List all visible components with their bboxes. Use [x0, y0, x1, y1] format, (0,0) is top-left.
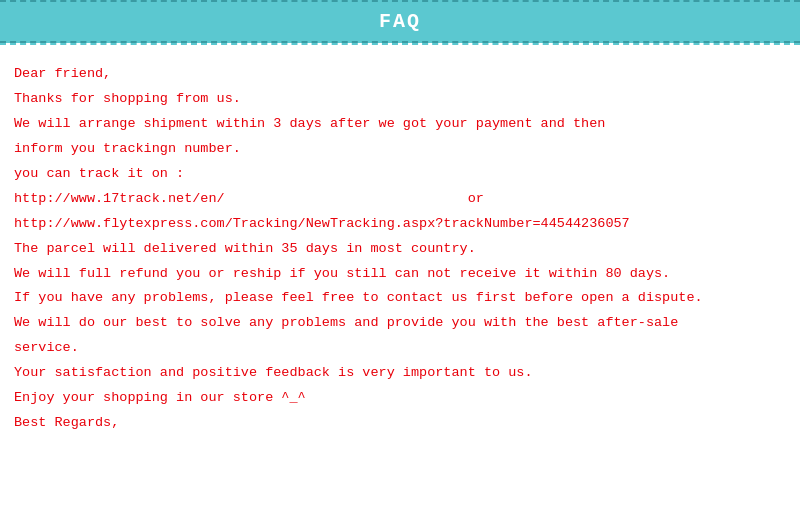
line-13: Your satisfaction and positive feedback …	[14, 362, 786, 385]
page-container: FAQ Dear friend, Thanks for shopping fro…	[0, 0, 800, 526]
line-11: We will do our best to solve any problem…	[14, 312, 786, 335]
line-15: Best Regards,	[14, 412, 786, 435]
line-5: you can track it on :	[14, 163, 786, 186]
faq-title: FAQ	[379, 10, 421, 33]
line-7: http://www.flytexpress.com/Tracking/NewT…	[14, 213, 786, 236]
line-2: Thanks for shopping from us.	[14, 88, 786, 111]
faq-content: Dear friend, Thanks for shopping from us…	[0, 45, 800, 447]
line-14: Enjoy your shopping in our store ^_^	[14, 387, 786, 410]
line-6: http://www.17track.net/en/ or	[14, 188, 786, 211]
line-1: Dear friend,	[14, 63, 786, 86]
faq-header: FAQ	[0, 0, 800, 43]
line-10: If you have any problems, please feel fr…	[14, 287, 786, 310]
line-9: We will full refund you or reship if you…	[14, 263, 786, 286]
line-4: inform you trackingn number.	[14, 138, 786, 161]
line-3: We will arrange shipment within 3 days a…	[14, 113, 786, 136]
line-12: service.	[14, 337, 786, 360]
line-8: The parcel will delivered within 35 days…	[14, 238, 786, 261]
